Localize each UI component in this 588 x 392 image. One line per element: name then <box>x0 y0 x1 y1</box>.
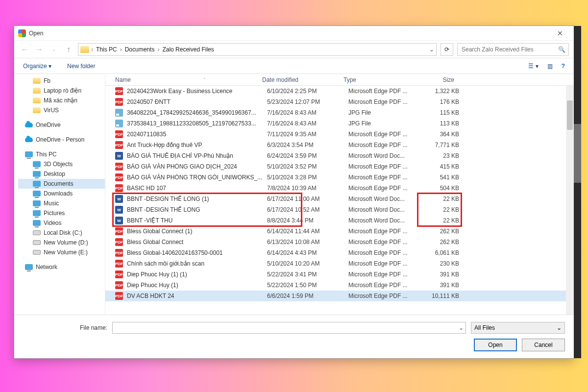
col-date[interactable]: Date modified <box>262 76 343 83</box>
breadcrumb-dropdown-icon[interactable]: ⌄ <box>429 46 434 53</box>
location-folder-icon <box>80 46 89 53</box>
view-options-icon[interactable]: ☰ ▾ <box>528 63 538 70</box>
tree-item[interactable]: New Volume (D:) <box>18 238 105 247</box>
recent-dropdown-icon[interactable]: ⌄ <box>49 47 59 52</box>
dialog-footer: File name: ⌄ All Files ⌄ Open Cancel <box>14 315 574 358</box>
crumb-documents[interactable]: Documents <box>124 46 156 53</box>
pdf-icon: PDF <box>115 163 123 171</box>
nav-bar: ← → ⌄ ↑ › This PC › Documents › Zalo Rec… <box>14 41 574 58</box>
pdf-icon: PDF <box>115 292 123 300</box>
column-headers[interactable]: Name˄ Date modified Type Size <box>105 74 574 86</box>
word-icon: W <box>115 195 123 203</box>
file-list-pane: Name˄ Date modified Type Size PDF 202404… <box>105 74 574 315</box>
file-row[interactable]: 364082204_178429925246636_354990196367..… <box>105 107 574 118</box>
search-input[interactable] <box>461 46 558 53</box>
file-row[interactable]: W BBNT -VIỆT THU 8/8/2024 3:44 PM Micros… <box>105 215 574 226</box>
file-row[interactable]: PDF Diep Phuoc Huy (1) (1) 5/22/2024 3:4… <box>105 269 574 280</box>
preview-pane-icon[interactable]: ▥ <box>547 63 553 70</box>
pdf-icon: PDF <box>115 260 123 268</box>
tree-item-network[interactable]: Network <box>18 262 105 272</box>
filter-label: All Files <box>474 324 495 331</box>
forward-icon[interactable]: → <box>34 45 45 54</box>
jpg-icon <box>115 120 123 127</box>
titlebar: Open ✕ <box>14 26 574 41</box>
toolbar: Organize ▾ New folder ☰ ▾ ▥ ? <box>14 58 574 74</box>
cancel-button[interactable]: Cancel <box>522 339 565 351</box>
tree-item-this-pc[interactable]: This PC <box>18 149 105 159</box>
tree-item[interactable]: Downloads <box>18 189 105 198</box>
help-icon[interactable]: ? <box>562 63 565 70</box>
search-box[interactable]: 🔍 <box>457 43 569 56</box>
pdf-icon: PDF <box>115 98 123 106</box>
back-icon[interactable]: ← <box>19 45 30 54</box>
tree-item[interactable]: VirUS <box>18 105 105 115</box>
file-row[interactable]: PDF BASIC HD 107 7/8/2024 10:39 AM Micro… <box>105 183 574 194</box>
file-row[interactable]: PDF Ant Truck-Hợp đồng thuê VP 6/3/2024 … <box>105 140 574 150</box>
file-row[interactable]: PDF 202407110835 7/11/2024 9:35 AM Micro… <box>105 129 574 140</box>
col-size[interactable]: Size <box>412 76 454 83</box>
sort-caret-icon: ˄ <box>203 77 206 82</box>
jpg-icon <box>115 109 123 117</box>
search-icon[interactable]: 🔍 <box>558 46 565 53</box>
tree-item[interactable]: Documents <box>18 179 105 189</box>
tree-item[interactable]: Local Disk (C:) <box>18 228 105 238</box>
file-row[interactable]: PDF Bless Global-14062024163750-0001 6/1… <box>105 247 574 258</box>
tree-item[interactable]: Pictures <box>18 208 105 218</box>
breadcrumb[interactable]: › This PC › Documents › Zalo Received Fi… <box>78 43 437 56</box>
refresh-icon[interactable]: ⟳ <box>441 43 453 56</box>
file-row[interactable]: W BÁO GIÁ THUÊ ĐỊA CHỈ VP-Phú Nhuận 6/24… <box>105 150 574 161</box>
tree-item[interactable]: New Volume (E:) <box>18 247 105 257</box>
filter-dropdown-icon: ⌄ <box>557 324 562 331</box>
col-type[interactable]: Type <box>343 76 412 83</box>
file-row[interactable]: W BBNT -DESIGN THẾ LONG 6/17/2024 10:52 … <box>105 204 574 215</box>
file-row[interactable]: PDF BÁO GIÁ VĂN PHÒNG TRỌN GÓI_UNIWORKS_… <box>105 172 574 183</box>
filename-input[interactable] <box>115 324 459 332</box>
open-button[interactable]: Open <box>474 339 517 351</box>
filename-dropdown-icon[interactable]: ⌄ <box>459 324 464 331</box>
filename-input-wrap: ⌄ <box>112 322 466 334</box>
pdf-icon: PDF <box>115 227 123 235</box>
file-row[interactable]: PDF Diep Phuoc Huy (1) 5/22/2024 1:50 PM… <box>105 280 574 291</box>
file-rows: PDF 20240423Work Easy - Business Licence… <box>105 86 574 315</box>
tree-item-onedrive[interactable]: OneDrive <box>18 120 105 130</box>
pdf-icon: PDF <box>115 173 123 181</box>
open-file-dialog: Open ✕ ← → ⌄ ↑ › This PC › Documents › Z… <box>14 25 574 359</box>
file-row[interactable]: PDF DV ACB HDKT 24 6/6/2024 1:59 PM Micr… <box>105 291 574 301</box>
close-icon[interactable]: ✕ <box>550 29 570 37</box>
tree-item[interactable]: Fb <box>18 76 105 86</box>
word-icon: W <box>115 152 123 160</box>
file-row[interactable]: PDF 20240507 ĐNTT 5/23/2024 12:07 PM Mic… <box>105 97 574 107</box>
tree-item[interactable]: Mã xác nhận <box>18 96 105 105</box>
file-row[interactable]: PDF Bless Global Connect 6/13/2024 10:08… <box>105 237 574 247</box>
pdf-icon: PDF <box>115 130 123 138</box>
pdf-icon: PDF <box>115 270 123 278</box>
window-title: Open <box>29 30 43 37</box>
file-row[interactable]: 373538413_198811233208505_121970627533..… <box>105 118 574 129</box>
file-row[interactable]: W BBNT -DESIGN THẾ LONG (1) 6/17/2024 11… <box>105 194 574 204</box>
new-folder-button[interactable]: New folder <box>67 63 95 70</box>
file-row[interactable]: PDF 20240423Work Easy - Business Licence… <box>105 86 574 97</box>
crumb-current[interactable]: Zalo Received Files <box>161 46 215 53</box>
nav-tree[interactable]: FbLaptop rò điệnMã xác nhậnVirUSOneDrive… <box>14 74 105 315</box>
word-icon: W <box>115 217 123 224</box>
tree-item[interactable]: Desktop <box>18 169 105 179</box>
file-row[interactable]: PDF Bless Global Connect (1) 6/14/2024 1… <box>105 226 574 237</box>
outer-scrollbar[interactable] <box>574 26 581 358</box>
tree-item-onedrive[interactable]: OneDrive - Person <box>18 135 105 145</box>
tree-item[interactable]: Videos <box>18 218 105 228</box>
tree-item[interactable]: Music <box>18 198 105 208</box>
crumb-this-pc[interactable]: This PC <box>95 46 118 53</box>
list-scrollbar[interactable] <box>566 86 574 315</box>
tree-item[interactable]: 3D Objects <box>18 159 105 169</box>
file-row[interactable]: PDF Chính sách môi giới.bản scan 5/10/20… <box>105 258 574 269</box>
file-filter[interactable]: All Files ⌄ <box>471 322 565 334</box>
up-icon[interactable]: ↑ <box>63 45 74 54</box>
tree-item[interactable]: Laptop rò điện <box>18 86 105 96</box>
pdf-icon: PDF <box>115 184 123 192</box>
col-name[interactable]: Name <box>115 76 131 83</box>
file-row[interactable]: PDF BÁO GIÁ VĂN PHÒNG GIAO DỊCH_2024 5/1… <box>105 161 574 172</box>
pdf-icon: PDF <box>115 87 123 95</box>
pdf-icon: PDF <box>115 249 123 257</box>
organize-button[interactable]: Organize ▾ <box>23 63 51 70</box>
pdf-icon: PDF <box>115 141 123 149</box>
